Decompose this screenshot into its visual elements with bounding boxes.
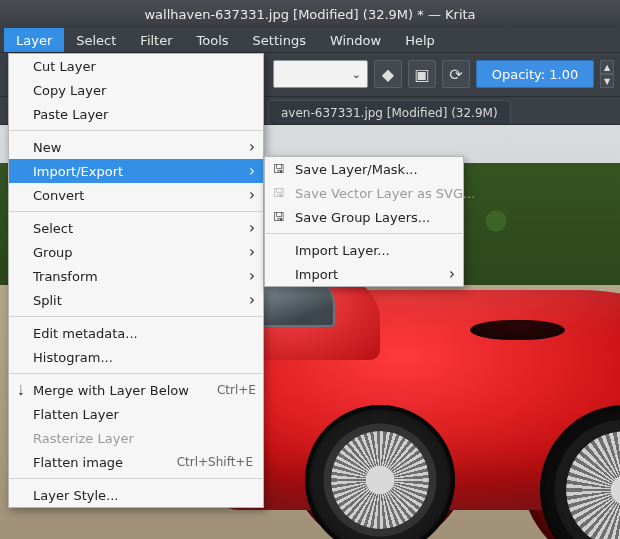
menu-copy-layer[interactable]: Copy Layer [9,78,263,102]
menu-rasterize-layer: Rasterize Layer [9,426,263,450]
fill-bucket-icon: ◆ [382,65,394,84]
menubar: Layer Select Filter Tools Settings Windo… [0,28,620,53]
menu-layer-style[interactable]: Layer Style... [9,483,263,507]
separator [10,478,262,479]
canvas-image [470,320,565,340]
menu-save-vector-svg-label: Save Vector Layer as SVG... [295,186,475,201]
opacity-label: Opacity: 1.00 [492,67,579,82]
menu-import-sub[interactable]: Import [265,262,463,286]
menu-save-layer-mask[interactable]: 🖫 Save Layer/Mask... [265,157,463,181]
menu-save-group-layers[interactable]: 🖫 Save Group Layers... [265,205,463,229]
menu-convert[interactable]: Convert [9,183,263,207]
menu-flatten-image[interactable]: Flatten image Ctrl+Shift+E [9,450,263,474]
menu-edit-metadata[interactable]: Edit metadata... [9,321,263,345]
import-export-submenu: 🖫 Save Layer/Mask... 🖫 Save Vector Layer… [264,156,464,287]
brush-preset-combo[interactable]: ⌄ [273,60,368,88]
document-tab-label: aven-637331.jpg [Modified] (32.9M) [281,106,498,120]
separator [266,233,462,234]
merge-down-icon: ⭭ [13,382,29,398]
menu-histogram[interactable]: Histogram... [9,345,263,369]
separator [10,211,262,212]
menu-cut-layer[interactable]: Cut Layer [9,54,263,78]
menu-paste-layer[interactable]: Paste Layer [9,102,263,126]
menu-split[interactable]: Split [9,288,263,312]
menu-help[interactable]: Help [393,28,447,52]
menu-filter[interactable]: Filter [128,28,184,52]
menu-transform[interactable]: Transform [9,264,263,288]
menu-merge-below-label: Merge with Layer Below [33,383,189,398]
menu-flatten-layer[interactable]: Flatten Layer [9,402,263,426]
menu-import-layer[interactable]: Import Layer... [265,238,463,262]
rotate-button[interactable]: ⟳ [442,60,470,88]
chevron-down-icon: ⌄ [352,68,361,81]
save-icon: 🖫 [271,185,287,201]
chevron-down-icon: ▼ [604,77,610,86]
menu-settings[interactable]: Settings [241,28,318,52]
fill-bucket-button[interactable]: ◆ [374,60,402,88]
separator [10,373,262,374]
menu-window[interactable]: Window [318,28,393,52]
menu-select[interactable]: Select [64,28,128,52]
menu-new[interactable]: New [9,135,263,159]
menu-tools[interactable]: Tools [185,28,241,52]
separator [10,130,262,131]
save-icon: 🖫 [271,209,287,225]
window-title: wallhaven-637331.jpg [Modified] (32.9M) … [144,7,475,22]
menu-save-vector-svg: 🖫 Save Vector Layer as SVG... [265,181,463,205]
rotate-icon: ⟳ [449,65,462,84]
menu-import-export[interactable]: Import/Export [9,159,263,183]
opacity-slider[interactable]: Opacity: 1.00 [476,60,594,88]
opacity-spin-down[interactable]: ▼ [600,74,614,88]
shortcut: Ctrl+E [189,383,256,397]
menu-merge-below[interactable]: ⭭ Merge with Layer Below Ctrl+E [9,378,263,402]
crop-button[interactable]: ▣ [408,60,436,88]
menu-select-sub[interactable]: Select [9,216,263,240]
chevron-up-icon: ▲ [604,63,610,72]
menu-save-group-layers-label: Save Group Layers... [295,210,430,225]
document-tab[interactable]: aven-637331.jpg [Modified] (32.9M) [268,100,511,124]
menu-save-layer-mask-label: Save Layer/Mask... [295,162,418,177]
menu-flatten-image-label: Flatten image [33,455,123,470]
menu-layer[interactable]: Layer [4,28,64,52]
titlebar: wallhaven-637331.jpg [Modified] (32.9M) … [0,0,620,28]
shortcut: Ctrl+Shift+E [149,455,253,469]
menu-group[interactable]: Group [9,240,263,264]
separator [10,316,262,317]
crop-icon: ▣ [414,65,429,84]
layer-menu: Cut Layer Copy Layer Paste Layer New Imp… [8,53,264,508]
opacity-spin-up[interactable]: ▲ [600,60,614,74]
save-icon: 🖫 [271,161,287,177]
